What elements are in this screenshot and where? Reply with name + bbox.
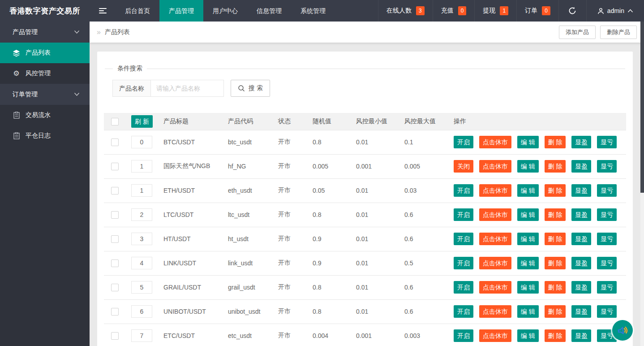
show-profit-button[interactable]: 显盈 xyxy=(571,160,591,173)
table-body: BTC/USDT btc_usdt 开市 0.8 0.01 0.1 开启 点击休… xyxy=(104,130,626,346)
stat-orders[interactable]: 订单 0 xyxy=(516,0,558,22)
edit-button[interactable]: 编 辑 xyxy=(517,136,539,148)
toggle-market-button[interactable]: 关闭 xyxy=(454,160,473,173)
sidebar-item-product-list[interactable]: 产品列表 xyxy=(0,43,90,63)
sidebar-item-risk-management[interactable]: ⚙ 风控管理 xyxy=(0,63,90,84)
nav-item-products[interactable]: 产品管理 xyxy=(159,0,203,22)
row-checkbox[interactable] xyxy=(111,235,119,243)
scrollbar-thumb[interactable] xyxy=(640,22,644,193)
sidebar-item-close-position-log[interactable]: 平仓日志 xyxy=(0,125,90,146)
product-name-input[interactable] xyxy=(150,80,224,97)
show-loss-button[interactable]: 显亏 xyxy=(597,257,617,269)
row-checkbox[interactable] xyxy=(111,187,119,195)
edit-button[interactable]: 编 辑 xyxy=(517,305,539,318)
edit-button[interactable]: 编 辑 xyxy=(517,257,539,269)
sort-input[interactable] xyxy=(131,233,152,245)
row-checkbox[interactable] xyxy=(111,138,119,146)
nav-item-system[interactable]: 系统管理 xyxy=(291,0,335,22)
stat-online-users[interactable]: 在线人数 3 xyxy=(378,0,433,22)
row-checkbox[interactable] xyxy=(111,308,119,316)
toggle-market-button[interactable]: 开启 xyxy=(454,329,473,342)
pause-market-button[interactable]: 点击休市 xyxy=(479,160,511,173)
search-button[interactable]: 搜 索 xyxy=(231,80,270,97)
show-loss-button[interactable]: 显亏 xyxy=(597,208,617,221)
show-profit-button[interactable]: 显盈 xyxy=(571,329,591,342)
show-loss-button[interactable]: 显亏 xyxy=(597,184,617,197)
row-checkbox[interactable] xyxy=(111,163,119,170)
sort-input[interactable] xyxy=(131,281,152,294)
toggle-market-button[interactable]: 开启 xyxy=(454,184,473,197)
toggle-market-button[interactable]: 开启 xyxy=(454,281,473,294)
delete-button[interactable]: 删 除 xyxy=(545,281,566,294)
edit-button[interactable]: 编 辑 xyxy=(517,208,539,221)
announcement-button[interactable] xyxy=(612,320,633,341)
toggle-market-button[interactable]: 开启 xyxy=(454,257,473,269)
delete-button[interactable]: 删 除 xyxy=(545,184,566,197)
delete-button[interactable]: 删 除 xyxy=(545,257,566,269)
nav-item-users[interactable]: 用户中心 xyxy=(203,0,247,22)
edit-button[interactable]: 编 辑 xyxy=(517,233,539,245)
sort-input[interactable] xyxy=(131,208,152,221)
show-loss-button[interactable]: 显亏 xyxy=(597,160,617,173)
edit-button[interactable]: 编 辑 xyxy=(517,160,539,173)
product-code-cell: ltc_usdt xyxy=(221,203,271,227)
row-checkbox[interactable] xyxy=(111,211,119,219)
toggle-market-button[interactable]: 开启 xyxy=(454,136,473,148)
nav-item-info[interactable]: 信息管理 xyxy=(247,0,291,22)
show-profit-button[interactable]: 显盈 xyxy=(571,305,591,318)
sidebar-group-order-management[interactable]: 订单管理 xyxy=(0,84,90,105)
refresh-table-button[interactable]: 刷 新 xyxy=(131,115,153,128)
header-risk-max: 风控最大值 xyxy=(398,113,447,130)
delete-button[interactable]: 删 除 xyxy=(545,160,566,173)
show-profit-button[interactable]: 显盈 xyxy=(571,208,591,221)
stat-deposits[interactable]: 充值 0 xyxy=(433,0,475,22)
pause-market-button[interactable]: 点击休市 xyxy=(479,233,511,245)
toggle-market-button[interactable]: 开启 xyxy=(454,305,473,318)
add-product-button[interactable]: 添加产品 xyxy=(559,26,596,39)
show-loss-button[interactable]: 显亏 xyxy=(597,305,617,318)
edit-button[interactable]: 编 辑 xyxy=(517,329,539,342)
show-profit-button[interactable]: 显盈 xyxy=(571,281,591,294)
nav-item-home[interactable]: 后台首页 xyxy=(116,0,159,22)
delete-button[interactable]: 删 除 xyxy=(545,305,566,318)
sort-input[interactable] xyxy=(131,184,152,197)
delete-product-button[interactable]: 删除产品 xyxy=(600,26,637,39)
pause-market-button[interactable]: 点击休市 xyxy=(479,281,511,294)
sort-input[interactable] xyxy=(131,329,152,342)
sort-input[interactable] xyxy=(131,136,152,148)
row-checkbox[interactable] xyxy=(111,332,119,340)
show-profit-button[interactable]: 显盈 xyxy=(571,184,591,197)
pause-market-button[interactable]: 点击休市 xyxy=(479,208,511,221)
edit-button[interactable]: 编 辑 xyxy=(517,184,539,197)
show-loss-button[interactable]: 显亏 xyxy=(597,233,617,245)
show-profit-button[interactable]: 显盈 xyxy=(571,136,591,148)
sort-input[interactable] xyxy=(131,160,152,173)
row-checkbox[interactable] xyxy=(111,284,119,291)
refresh-button[interactable] xyxy=(558,0,586,22)
pause-market-button[interactable]: 点击休市 xyxy=(479,136,511,148)
show-profit-button[interactable]: 显盈 xyxy=(571,257,591,269)
pause-market-button[interactable]: 点击休市 xyxy=(479,184,511,197)
row-checkbox[interactable] xyxy=(111,260,119,267)
edit-button[interactable]: 编 辑 xyxy=(517,281,539,294)
show-loss-button[interactable]: 显亏 xyxy=(597,136,617,148)
delete-button[interactable]: 删 除 xyxy=(545,208,566,221)
sidebar-item-trade-records[interactable]: 交易流水 xyxy=(0,105,90,125)
delete-button[interactable]: 删 除 xyxy=(545,136,566,148)
sidebar-toggle-button[interactable] xyxy=(90,0,116,22)
sort-input[interactable] xyxy=(131,305,152,318)
stat-withdrawals[interactable]: 提现 1 xyxy=(474,0,516,22)
pause-market-button[interactable]: 点击休市 xyxy=(479,305,511,318)
select-all-checkbox[interactable] xyxy=(111,118,119,125)
toggle-market-button[interactable]: 开启 xyxy=(454,208,473,221)
pause-market-button[interactable]: 点击休市 xyxy=(479,257,511,269)
delete-button[interactable]: 删 除 xyxy=(545,329,566,342)
delete-button[interactable]: 删 除 xyxy=(545,233,566,245)
user-menu[interactable]: admin xyxy=(586,0,644,22)
show-loss-button[interactable]: 显亏 xyxy=(597,281,617,294)
sidebar-group-product-management[interactable]: 产品管理 xyxy=(0,22,90,43)
toggle-market-button[interactable]: 开启 xyxy=(454,233,473,245)
sort-input[interactable] xyxy=(131,257,152,269)
show-profit-button[interactable]: 显盈 xyxy=(571,233,591,245)
pause-market-button[interactable]: 点击休市 xyxy=(479,329,511,342)
